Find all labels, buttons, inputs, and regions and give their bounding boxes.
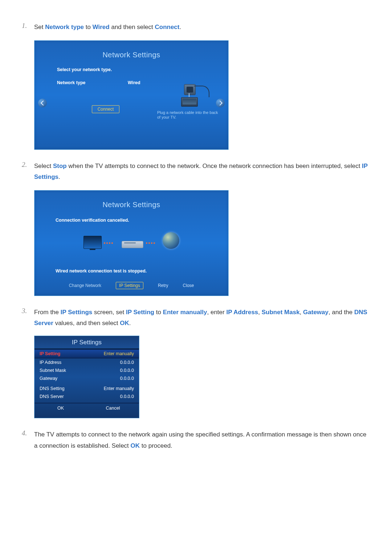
subnet-mask-row[interactable]: Subnet Mask 0.0.0.0: [34, 366, 139, 374]
ip-settings-button[interactable]: IP Settings: [116, 282, 143, 289]
t: Subnet Mask: [262, 309, 300, 316]
nav-left-button[interactable]: [38, 99, 47, 107]
change-network-button[interactable]: Change Network: [69, 283, 101, 289]
dns-server-label: DNS Server: [40, 394, 64, 399]
plug-hint: Plug a network cable into the back of yo…: [157, 110, 219, 120]
t: , and the: [328, 309, 354, 316]
ip-settings-panel: IP Settings IP Setting Enter manually IP…: [34, 336, 139, 418]
dns-server-value: 0.0.0.0: [120, 394, 134, 399]
t: Connect: [155, 24, 179, 30]
tv-icon: [83, 236, 102, 249]
gateway-row[interactable]: Gateway 0.0.0.0: [34, 374, 139, 382]
t: ,: [300, 309, 303, 316]
cancel-button[interactable]: Cancel: [87, 403, 139, 413]
step1-text: Set Network type to Wired and then selec…: [34, 22, 370, 33]
t: OK: [131, 442, 140, 449]
step-number: 1.: [22, 22, 27, 30]
t: to proceed.: [140, 442, 172, 449]
t: .: [129, 320, 131, 327]
globe-icon: [163, 232, 179, 249]
network-type-value[interactable]: Wired: [128, 79, 140, 94]
test-stopped-label: Wired network connection test is stopped…: [34, 254, 228, 274]
t: .: [179, 24, 181, 30]
panel-title: IP Settings: [34, 336, 139, 349]
connect-button[interactable]: Connect: [92, 105, 119, 113]
dns-setting-label: DNS Setting: [40, 386, 65, 391]
t: , enter: [207, 309, 226, 316]
t: Set: [34, 24, 45, 30]
ip-address-row[interactable]: IP Address 0.0.0.0: [34, 358, 139, 366]
cable-icon: [194, 86, 209, 97]
step-number: 2.: [22, 161, 27, 169]
t: when the TV attempts to connect to the n…: [67, 163, 362, 169]
step3-text: From the IP Settings screen, set IP Sett…: [34, 307, 370, 329]
panel-title: Network Settings: [34, 190, 228, 209]
close-button[interactable]: Close: [183, 283, 194, 289]
ip-address-label: IP Address: [40, 360, 61, 365]
subnet-mask-label: Subnet Mask: [40, 368, 66, 373]
dns-setting-value: Enter manually: [104, 386, 134, 391]
t: Wired: [93, 24, 110, 30]
ip-setting-value: Enter manually: [104, 351, 134, 356]
step-number: 3.: [22, 307, 27, 315]
t: IP Setting: [126, 309, 154, 316]
t: Gateway: [303, 309, 328, 316]
subnet-mask-value: 0.0.0.0: [120, 368, 134, 373]
router-icon: [122, 241, 143, 248]
t: to: [84, 24, 93, 30]
connection-cancelled-label: Connection verification cancelled.: [34, 209, 228, 223]
step2-text: Select Stop when the TV attempts to conn…: [34, 161, 370, 183]
t: and then select: [110, 24, 155, 30]
tv-icon: [181, 97, 198, 107]
gateway-label: Gateway: [40, 376, 57, 381]
t: Stop: [53, 163, 67, 169]
t: Select: [34, 163, 53, 169]
t: ,: [258, 309, 261, 316]
chevron-left-icon: [40, 100, 45, 106]
nav-right-button[interactable]: [216, 99, 225, 107]
ip-setting-row[interactable]: IP Setting Enter manually: [34, 349, 139, 358]
t: IP Settings: [61, 309, 93, 316]
t: to: [154, 309, 163, 316]
t: .: [58, 173, 60, 180]
dns-setting-row[interactable]: DNS Setting Enter manually: [34, 385, 139, 393]
network-settings-panel-1: Network Settings Select your network typ…: [34, 40, 229, 150]
chevron-right-icon: [217, 100, 222, 106]
t: From the: [34, 309, 61, 316]
network-settings-panel-2: Network Settings Connection verification…: [34, 190, 229, 296]
connection-diagram: [83, 229, 179, 254]
network-type-label: Network type: [57, 79, 128, 94]
t: OK: [120, 320, 129, 327]
retry-button[interactable]: Retry: [158, 283, 168, 289]
dns-server-row[interactable]: DNS Server 0.0.0.0: [34, 393, 139, 401]
step4-text: The TV attempts to connect to the networ…: [34, 429, 370, 451]
t: values, and then select: [53, 320, 120, 327]
ip-address-value: 0.0.0.0: [120, 360, 134, 365]
cable-into-tv-illustration: [176, 84, 209, 109]
gateway-value: 0.0.0.0: [120, 376, 134, 381]
select-network-type-label: Select your network type.: [34, 59, 228, 72]
panel-title: Network Settings: [34, 41, 228, 59]
ok-button[interactable]: OK: [34, 403, 87, 413]
connection-dots-icon: [146, 242, 155, 244]
ip-setting-label: IP Setting: [40, 351, 60, 356]
step-number: 4.: [22, 429, 27, 437]
t: screen, set: [92, 309, 126, 316]
t: The TV attempts to connect to the networ…: [34, 431, 366, 449]
t: IP Address: [226, 309, 258, 316]
connection-dots-icon: [104, 242, 113, 244]
t: Network type: [45, 24, 84, 30]
t: Enter manually: [163, 309, 207, 316]
